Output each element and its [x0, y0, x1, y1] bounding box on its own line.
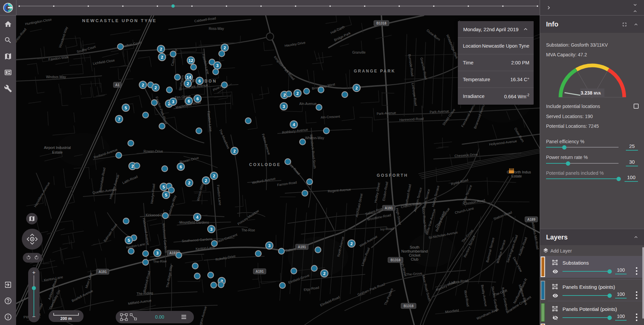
svg-text:12: 12: [189, 58, 193, 63]
svg-text:5: 5: [165, 193, 167, 198]
svg-text:Rowan-Drive: Rowan-Drive: [144, 150, 163, 153]
svg-text:3: 3: [268, 243, 270, 248]
svg-text:3: 3: [172, 99, 174, 104]
svg-text:Kirkwood-D: Kirkwood-D: [146, 213, 163, 217]
svg-text:2: 2: [131, 164, 133, 169]
svg-text:2: 2: [296, 91, 299, 96]
svg-text:2: 2: [223, 45, 226, 50]
svg-text:A1: A1: [115, 83, 120, 87]
svg-text:Mountfield-Gardens: Mountfield-Gardens: [179, 221, 209, 224]
svg-text:5: 5: [124, 105, 127, 110]
svg-text:South: South: [410, 245, 420, 249]
svg-text:14: 14: [186, 75, 192, 80]
svg-text:5: 5: [127, 238, 130, 243]
svg-text:2: 2: [355, 86, 358, 91]
svg-text:Ross-Way: Ross-Way: [209, 27, 224, 31]
svg-text:4: 4: [196, 215, 199, 220]
svg-text:2: 2: [188, 180, 190, 185]
svg-text:5: 5: [162, 184, 165, 189]
svg-text:6: 6: [179, 164, 182, 169]
svg-text:2: 2: [205, 178, 207, 183]
svg-text:2: 2: [186, 81, 189, 86]
svg-text:3: 3: [210, 227, 212, 232]
svg-text:2: 2: [154, 85, 157, 90]
svg-text:NEWCASTLE UPON TYNE: NEWCASTLE UPON TYNE: [82, 18, 157, 23]
svg-text:Windsor-Way: Windsor-Way: [46, 75, 66, 79]
svg-text:2: 2: [161, 55, 163, 60]
svg-text:2: 2: [160, 47, 162, 52]
svg-text:Granville: Granville: [352, 51, 366, 54]
svg-text:The-Rise: The-Rise: [153, 259, 167, 264]
svg-text:2: 2: [283, 93, 285, 98]
svg-text:Estate: Estate: [52, 150, 62, 154]
svg-text:Whitton-Way: Whitton-Way: [305, 136, 324, 140]
svg-text:3: 3: [216, 63, 218, 68]
svg-text:A191: A191: [99, 270, 107, 274]
svg-text:4: 4: [292, 122, 295, 127]
svg-text:B1318: B1318: [390, 258, 400, 262]
svg-text:3: 3: [282, 104, 285, 109]
svg-text:2: 2: [233, 149, 235, 154]
svg-text:Northumberland: Northumberland: [401, 249, 428, 253]
svg-text:Aln-Avenue: Aln-Avenue: [299, 102, 317, 106]
svg-text:2: 2: [350, 241, 353, 246]
svg-text:0.00: 0.00: [155, 314, 164, 320]
svg-text:7: 7: [118, 117, 120, 122]
svg-text:A191: A191: [256, 270, 264, 273]
svg-text:6: 6: [187, 99, 190, 104]
svg-text:A191: A191: [298, 245, 306, 249]
svg-text:Airport Industrial: Airport Industrial: [44, 146, 71, 150]
svg-text:Estate: Estate: [511, 174, 522, 178]
svg-text:Cricket: Cricket: [409, 253, 420, 257]
svg-text:MVA: MVA: [594, 92, 601, 95]
svg-text:6: 6: [196, 96, 199, 101]
svg-text:A189: A189: [527, 218, 535, 221]
svg-text:2: 2: [142, 83, 144, 88]
svg-text:200 m: 200 m: [60, 316, 72, 321]
svg-text:A191: A191: [385, 206, 393, 210]
svg-text:Club: Club: [411, 257, 419, 261]
svg-text:GRANGE PARK: GRANGE PARK: [354, 69, 395, 73]
svg-text:COXLODGE: COXLODGE: [249, 162, 281, 167]
svg-text:3.238: 3.238: [581, 90, 592, 96]
svg-text:3: 3: [156, 251, 158, 256]
svg-text:6: 6: [198, 78, 201, 84]
svg-text:GOSFORTH: GOSFORTH: [377, 173, 408, 178]
svg-text:The-Rise: The-Rise: [241, 228, 255, 232]
svg-text:2: 2: [323, 271, 325, 276]
svg-text:2: 2: [213, 173, 215, 178]
svg-text:B1318: B1318: [404, 304, 414, 308]
svg-text:B1318: B1318: [376, 21, 386, 25]
